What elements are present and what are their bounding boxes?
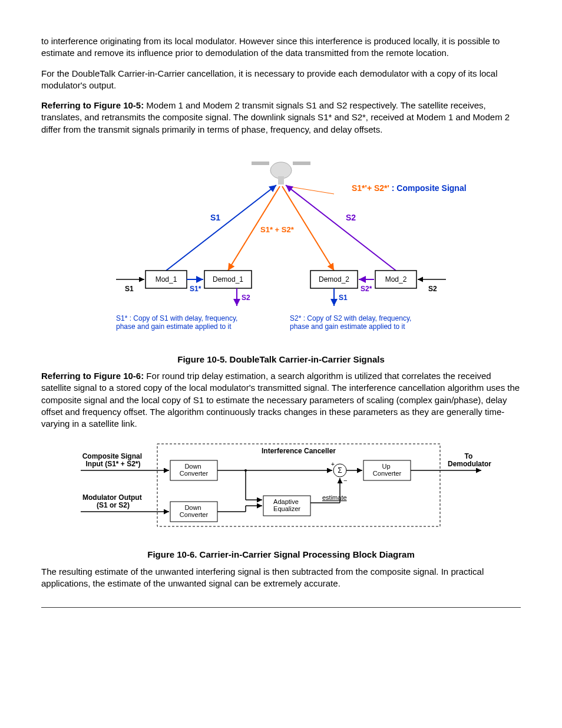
note-left: S1* : Copy of S1 with delay, frequency, … (116, 314, 240, 331)
s1-in-label: S1 (125, 285, 134, 293)
to-demod-label: To Demodulator (448, 452, 491, 468)
inline-lead: Referring to Figure 10-5: (41, 100, 144, 110)
body-paragraph: Referring to Figure 10-6: For round trip… (41, 370, 521, 430)
satellite-icon (252, 162, 310, 185)
mod2-box: Mod_2 (385, 275, 407, 284)
svg-rect-1 (293, 162, 310, 165)
sum-node: Σ (338, 466, 342, 475)
composite-signal-label: S1*'+ S2*' : Composite Signal (352, 183, 467, 193)
body-paragraph: The resulting estimate of the unwanted i… (41, 566, 521, 590)
figure-10-5: S1*'+ S2*' : Composite Signal S1 S2 S1* … (41, 144, 521, 350)
modout-label: Modulator Output (S1 or S2) (82, 493, 144, 509)
inline-lead: Referring to Figure 10-6: (41, 371, 144, 381)
svg-line-5 (166, 185, 276, 271)
s1star-label: S1* (190, 285, 201, 293)
plus-sign: + (331, 461, 335, 467)
s1-label: S1 (210, 213, 220, 222)
composite-input-label: Composite Signal Input (S1* + S2*) (82, 452, 144, 468)
footer-rule (41, 607, 521, 608)
svg-line-4 (287, 186, 334, 194)
ic-label: Interference Canceller (262, 447, 336, 455)
svg-point-2 (270, 162, 292, 179)
s2-in-label: S2 (428, 285, 437, 293)
mod1-box: Mod_1 (156, 275, 177, 284)
note-right: S2* : Copy of S2 with delay, frequency, … (290, 314, 414, 331)
s1-out-label: S1 (339, 294, 348, 302)
s2-label: S2 (346, 213, 356, 222)
body-paragraph: For the DoubleTalk Carrier-in-Carrier ca… (41, 68, 521, 92)
figure-10-6: Interference Canceller Composite Signal … (41, 438, 521, 538)
body-paragraph: Referring to Figure 10-5: Modem 1 and Mo… (41, 100, 521, 136)
demod1-box: Demod_1 (213, 275, 243, 284)
svg-rect-0 (252, 162, 269, 165)
demod2-box: Demod_2 (319, 275, 349, 284)
svg-rect-3 (278, 176, 284, 185)
s2-out-label: S2 (242, 294, 250, 302)
minus-sign: − (343, 477, 347, 484)
body-paragraph: to interference originating from its loc… (41, 35, 521, 60)
figure-10-6-caption: Figure 10-6. Carrier-in-Carrier Signal P… (41, 549, 521, 561)
estimate-label: estimate (322, 494, 347, 501)
figure-10-5-caption: Figure 10-5. DoubleTalk Carrier-in-Carri… (41, 354, 521, 365)
adaptive-equalizer: Adaptive Equalizer (273, 498, 300, 512)
s2star-label: S2* (361, 285, 372, 293)
downlink-label: S1* + S2* (260, 225, 295, 234)
svg-line-6 (286, 185, 396, 271)
